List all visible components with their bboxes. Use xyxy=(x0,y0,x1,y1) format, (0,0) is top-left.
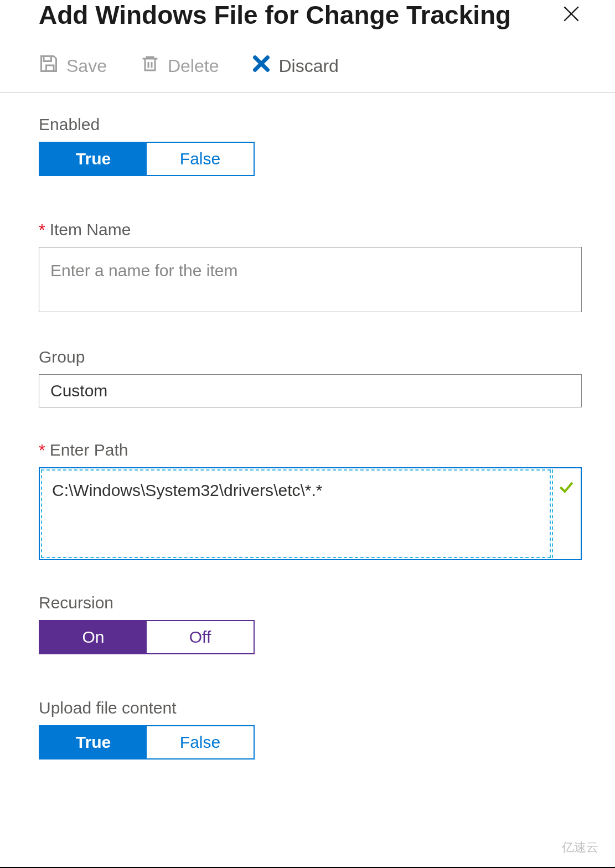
recursion-on-option[interactable]: On xyxy=(40,621,147,653)
item-name-input[interactable] xyxy=(39,247,582,312)
save-button[interactable]: Save xyxy=(39,54,107,78)
upload-true-option[interactable]: True xyxy=(40,726,147,758)
discard-button[interactable]: Discard xyxy=(252,54,338,78)
panel-title: Add Windows File for Change Tracking xyxy=(39,0,511,30)
required-indicator: * xyxy=(39,441,45,459)
group-label: Group xyxy=(39,348,582,366)
discard-label: Discard xyxy=(278,56,338,76)
watermark: 亿速云 xyxy=(562,839,598,856)
path-label: *Enter Path xyxy=(39,441,582,459)
path-input[interactable]: C:\Windows\System32\drivers\etc\*.* xyxy=(41,469,551,558)
recursion-toggle[interactable]: On Off xyxy=(39,620,255,654)
enabled-false-option[interactable]: False xyxy=(147,143,254,175)
valid-checkmark-icon xyxy=(552,469,580,558)
delete-label: Delete xyxy=(168,56,219,76)
enabled-toggle[interactable]: True False xyxy=(39,142,255,176)
enabled-label: Enabled xyxy=(39,115,582,134)
group-input[interactable]: Custom xyxy=(39,374,582,407)
enabled-true-option[interactable]: True xyxy=(40,143,147,175)
upload-label: Upload file content xyxy=(39,699,582,717)
close-icon[interactable] xyxy=(561,3,582,28)
save-icon xyxy=(39,54,59,78)
item-name-label: *Item Name xyxy=(39,220,582,239)
trash-icon xyxy=(140,54,160,78)
required-indicator: * xyxy=(39,220,45,239)
delete-button[interactable]: Delete xyxy=(140,54,219,78)
upload-toggle[interactable]: True False xyxy=(39,725,255,760)
upload-false-option[interactable]: False xyxy=(147,726,254,758)
recursion-label: Recursion xyxy=(39,593,582,612)
discard-x-icon xyxy=(252,54,271,78)
recursion-off-option[interactable]: Off xyxy=(147,621,254,653)
save-label: Save xyxy=(66,56,107,76)
